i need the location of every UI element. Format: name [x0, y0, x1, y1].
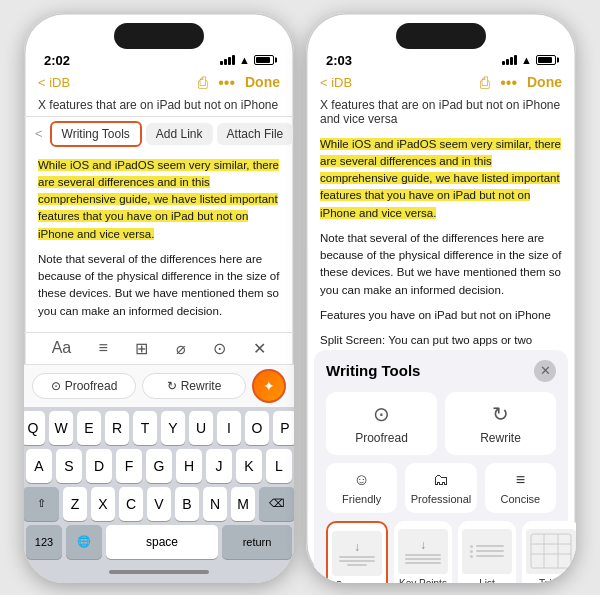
draw-format-icon[interactable]: ⊙: [213, 339, 226, 358]
globe-key[interactable]: 🌐: [66, 525, 102, 559]
phone-2: 2:03 ▲ < iDB ⎙ ••• Done: [306, 13, 576, 583]
back-button-2[interactable]: < iDB: [320, 75, 352, 90]
key-g[interactable]: G: [146, 449, 172, 483]
wt-rewrite[interactable]: ↻ Rewrite: [445, 392, 556, 455]
status-bar-2: 2:03 ▲: [306, 49, 576, 70]
key-s[interactable]: S: [56, 449, 82, 483]
wt-close-btn[interactable]: ✕: [534, 360, 556, 382]
wifi-icon-2: ▲: [521, 54, 532, 66]
key-h[interactable]: H: [176, 449, 202, 483]
delete-key[interactable]: ⌫: [259, 487, 294, 521]
note-text-2[interactable]: While iOS and iPadOS seem very similar, …: [306, 130, 576, 350]
wt-proofread[interactable]: ⊙ Proofread: [326, 392, 437, 455]
key-w[interactable]: W: [49, 411, 73, 445]
list-format-icon[interactable]: ≡: [99, 339, 108, 357]
share-icon-1[interactable]: ⎙: [198, 74, 208, 92]
done-button-1[interactable]: Done: [245, 74, 280, 92]
key-z[interactable]: Z: [63, 487, 87, 521]
wt-friendly[interactable]: ☺ Friendly: [326, 463, 397, 513]
magic-icon: ✦: [263, 378, 275, 394]
key-x[interactable]: X: [91, 487, 115, 521]
rewrite-wt-label: Rewrite: [480, 431, 521, 445]
return-key[interactable]: return: [222, 525, 292, 559]
toolbar-prev[interactable]: <: [32, 124, 46, 143]
dynamic-island-2: [396, 23, 486, 49]
proofread-icon: ⊙: [51, 379, 61, 393]
key-row-1: Q W E R T Y U I O P: [26, 411, 292, 445]
key-i[interactable]: I: [217, 411, 241, 445]
attach-format-icon[interactable]: ⌀: [176, 339, 186, 358]
wt-table[interactable]: Table: [522, 521, 576, 583]
key-l[interactable]: L: [266, 449, 292, 483]
font-icon[interactable]: Aa: [52, 339, 72, 357]
concise-label: Concise: [500, 493, 540, 505]
back-button-1[interactable]: < iDB: [38, 75, 70, 90]
rewrite-btn[interactable]: ↻ Rewrite: [142, 373, 246, 399]
highlighted-text-1: While iOS and iPadOS seem very similar, …: [38, 159, 279, 240]
status-icons-1: ▲: [220, 54, 274, 66]
done-button-2[interactable]: Done: [527, 74, 562, 92]
wt-key-points[interactable]: ↓ Key Points: [394, 521, 452, 583]
key-a[interactable]: A: [26, 449, 52, 483]
nav-actions-1: ⎙ ••• Done: [198, 74, 280, 92]
time-2: 2:03: [326, 53, 352, 68]
more-icon-1[interactable]: •••: [218, 74, 235, 92]
note-title-1: X features that are on iPad but not on i…: [24, 96, 294, 116]
key-d[interactable]: D: [86, 449, 112, 483]
key-points-template: ↓: [398, 529, 448, 574]
wt-summary[interactable]: ↓ Summary: [326, 521, 388, 583]
space-key[interactable]: space: [106, 525, 218, 559]
key-v[interactable]: V: [147, 487, 171, 521]
key-f[interactable]: F: [116, 449, 142, 483]
phone-1: 2:02 ▲ < iDB ⎙ ••• Done: [24, 13, 294, 583]
wt-mid-row: ☺ Friendly 🗂 Professional ≡ Concise: [326, 463, 556, 513]
content-area-1: X features that are on iPad but not on i…: [24, 96, 294, 583]
wt-close-icon: ✕: [540, 363, 551, 378]
key-k[interactable]: K: [236, 449, 262, 483]
battery-icon-2: [536, 55, 556, 65]
add-link-btn[interactable]: Add Link: [146, 123, 213, 145]
friendly-icon: ☺: [353, 471, 369, 489]
key-o[interactable]: O: [245, 411, 269, 445]
note-title-2: X features that are on iPad but not on i…: [306, 96, 576, 130]
key-q[interactable]: Q: [24, 411, 45, 445]
key-c[interactable]: C: [119, 487, 143, 521]
close-format-icon[interactable]: ✕: [253, 339, 266, 358]
key-y[interactable]: Y: [161, 411, 185, 445]
friendly-label: Friendly: [342, 493, 381, 505]
proofread-wt-label: Proofread: [355, 431, 408, 445]
note-text-1[interactable]: While iOS and iPadOS seem very similar, …: [24, 151, 294, 332]
svg-rect-0: [531, 534, 571, 568]
key-t[interactable]: T: [133, 411, 157, 445]
key-u[interactable]: U: [189, 411, 213, 445]
key-n[interactable]: N: [203, 487, 227, 521]
more-icon-2[interactable]: •••: [500, 74, 517, 92]
keyboard-1[interactable]: Q W E R T Y U I O P A S D F G H: [24, 407, 294, 583]
key-j[interactable]: J: [206, 449, 232, 483]
signal-icon-1: [220, 55, 235, 65]
concise-icon: ≡: [516, 471, 525, 489]
summary-template: ↓: [332, 531, 382, 576]
key-e[interactable]: E: [77, 411, 101, 445]
magic-btn[interactable]: ✦: [252, 369, 286, 403]
table-template: [526, 529, 576, 574]
signal-icon-2: [502, 55, 517, 65]
wt-list[interactable]: List: [458, 521, 516, 583]
share-icon-2[interactable]: ⎙: [480, 74, 490, 92]
key-p[interactable]: P: [273, 411, 294, 445]
writing-tools-btn[interactable]: Writing Tools: [50, 121, 142, 147]
nav-actions-2: ⎙ ••• Done: [480, 74, 562, 92]
ai-toolbar-1: ⊙ Proofread ↻ Rewrite ✦: [24, 364, 294, 407]
numbers-key[interactable]: 123: [26, 525, 62, 559]
key-m[interactable]: M: [231, 487, 255, 521]
attach-file-btn[interactable]: Attach File: [217, 123, 294, 145]
wt-concise[interactable]: ≡ Concise: [485, 463, 556, 513]
shift-key[interactable]: ⇧: [24, 487, 59, 521]
key-b[interactable]: B: [175, 487, 199, 521]
wt-top-grid: ⊙ Proofread ↻ Rewrite: [326, 392, 556, 455]
key-r[interactable]: R: [105, 411, 129, 445]
table-format-icon[interactable]: ⊞: [135, 339, 148, 358]
proofread-btn[interactable]: ⊙ Proofread: [32, 373, 136, 399]
writing-tools-panel: Writing Tools ✕ ⊙ Proofread ↻ Rewrite: [314, 350, 568, 583]
wt-professional[interactable]: 🗂 Professional: [405, 463, 476, 513]
